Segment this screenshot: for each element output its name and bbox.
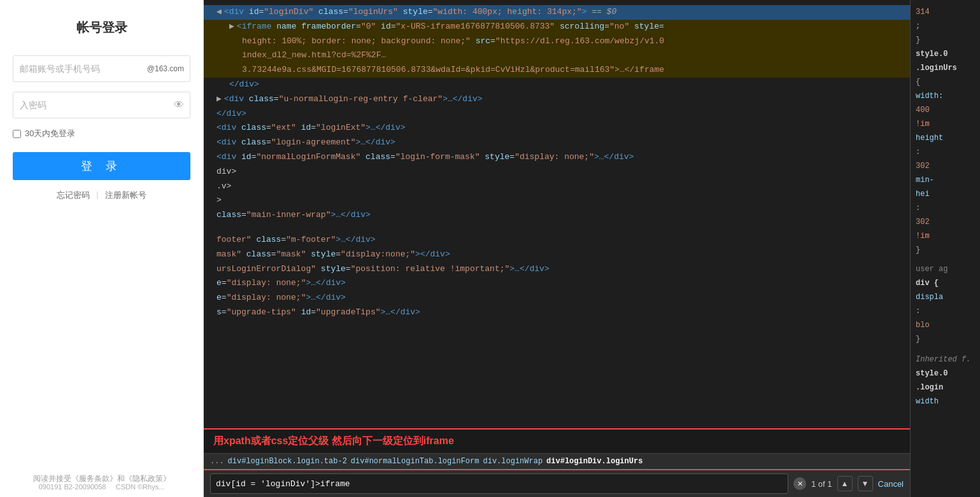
search-next-button[interactable]: ▼ <box>858 476 873 491</box>
remember-checkbox[interactable] <box>13 130 21 138</box>
style-user-ag: user ag <box>911 262 980 276</box>
search-bar: ✕ 1 of 1 ▲ ▼ Cancel <box>204 469 910 497</box>
tree-line-19[interactable]: ursLoginErrorDialog" style="position: re… <box>204 262 910 277</box>
style-height-value: 302 <box>911 159 980 173</box>
style-close-brace-2: } <box>911 243 980 257</box>
style-line-semi: ; <box>911 19 980 33</box>
style-height-label: height <box>911 131 980 145</box>
search-clear-button[interactable]: ✕ <box>793 477 806 490</box>
email-input-group: @163.com <box>13 55 190 82</box>
footer-csdn: CSDN ©Rhys... <box>116 483 165 491</box>
tree-line-blank <box>204 223 910 233</box>
style-hei: hei <box>911 187 980 201</box>
tree-line-4[interactable]: index_dl2_new.html?cd=%2F%2F… <box>204 48 910 63</box>
style-min-height: min- <box>911 173 980 187</box>
tree-line-2[interactable]: ▶ <iframe name frameborder="0" id="x-URS… <box>204 20 910 34</box>
devtools-panel: ◀ <div id="loginDiv" class="loginUrs" st… <box>204 0 910 497</box>
email-suffix: @163.com <box>147 64 184 73</box>
style-width-value: 400 <box>911 103 980 117</box>
annotation-text: 用xpath或者css定位父级 然后向下一级定位到iframe <box>213 435 454 446</box>
style-selector-1: style.0 <box>911 47 980 61</box>
tree-line-20[interactable]: e="display: none;" >…</div> <box>204 276 910 291</box>
tree-line-22[interactable]: s="upgrade-tips" id="upgradeTips" >…</di… <box>204 305 910 320</box>
search-input[interactable] <box>210 473 788 494</box>
footer-icp: 090191 B2-20090058 <box>39 483 106 491</box>
tree-line-11[interactable]: <div id="normalLoginFormMask" class="log… <box>204 150 910 165</box>
register-link[interactable]: 注册新帐号 <box>105 190 146 201</box>
remember-label: 30天内免登录 <box>25 128 75 139</box>
tree-line-3[interactable]: height: 100%; border: none; background: … <box>204 34 910 49</box>
tree-line-9[interactable]: <div class="ext" id="loginExt" >…</div> <box>204 121 910 136</box>
collapse-arrow-7[interactable]: ▶ <box>217 93 222 106</box>
style-important-2: !im <box>911 229 980 243</box>
tree-line-7[interactable]: ▶ <div class="u-normalLogin-reg-entry f-… <box>204 92 910 107</box>
annotation-bar: 用xpath或者css定位父级 然后向下一级定位到iframe <box>204 428 910 453</box>
breadcrumb-dots: ... <box>210 457 224 466</box>
style-display-label: displa <box>911 290 980 304</box>
tree-line-21[interactable]: e="display: none;" >…</div> <box>204 291 910 305</box>
style-class-login: .loginUrs <box>911 61 980 75</box>
style-login-class: .login <box>911 381 980 395</box>
style-open-brace: { <box>911 75 980 89</box>
breadcrumb-item-2[interactable]: div.loginWrap <box>483 457 543 466</box>
style-val302b: 302 <box>911 215 980 229</box>
search-prev-button[interactable]: ▲ <box>837 476 853 491</box>
collapse-arrow-1[interactable]: ◀ <box>217 6 222 19</box>
link-divider: | <box>96 190 98 201</box>
inherited-title: Inherited f. <box>911 353 980 367</box>
tree-line-14[interactable]: > <box>204 193 910 208</box>
style-line-close1: } <box>911 33 980 47</box>
style-colon-display: : <box>911 304 980 318</box>
style-close-brace-3: } <box>911 332 980 346</box>
remember-row: 30天内免登录 <box>13 128 190 139</box>
style-colon-after: : <box>911 201 980 215</box>
tree-line-8[interactable]: </div> <box>204 107 910 122</box>
style-line-top-number: 314 <box>911 5 980 19</box>
breadcrumb-bar: ... div#loginBlock.login.tab-2 div#norma… <box>204 453 910 469</box>
tree-line-15[interactable]: class="main-inner-wrap" >…</div> <box>204 208 910 223</box>
login-panel: 帐号登录 @163.com 👁 30天内免登录 登 录 忘记密码 | 注册新帐号… <box>0 0 204 497</box>
login-button[interactable]: 登 录 <box>13 152 190 180</box>
tree-line-18[interactable]: mask" class="mask" style="display:none;"… <box>204 248 910 262</box>
tree-line-6[interactable]: </div> <box>204 78 910 92</box>
style-height-colon: : <box>911 145 980 159</box>
eye-icon[interactable]: 👁 <box>174 99 184 111</box>
tree-line-5[interactable]: 3.73244e9a.css&MGID=1676877810506.8733&w… <box>204 63 910 78</box>
search-cancel-button[interactable]: Cancel <box>878 479 904 489</box>
html-tree: ◀ <div id="loginDiv" class="loginUrs" st… <box>204 0 910 428</box>
tree-line-13[interactable]: .v> <box>204 179 910 194</box>
style-important-1: !im <box>911 117 980 131</box>
style-width-label-2: width <box>911 395 980 409</box>
breadcrumb-item-1[interactable]: div#normalLoginTab.loginForm <box>351 457 479 466</box>
collapse-arrow-2[interactable]: ▶ <box>229 20 234 34</box>
style-div-brace: div { <box>911 276 980 290</box>
password-input[interactable] <box>13 92 190 118</box>
breadcrumb-item-3[interactable]: div#loginDiv.loginUrs <box>546 457 643 466</box>
search-count: 1 of 1 <box>811 479 832 489</box>
breadcrumb-item-0[interactable]: div#loginBlock.login.tab-2 <box>228 457 347 466</box>
tree-line-12[interactable]: div> <box>204 165 910 179</box>
style-blo: blo <box>911 318 980 332</box>
login-title: 帐号登录 <box>13 19 190 36</box>
styles-panel: 314 ; } style.0 .loginUrs { width: 400 !… <box>910 0 980 497</box>
forgot-password-link[interactable]: 忘记密码 <box>57 190 90 201</box>
tree-line-17[interactable]: footer" class="m-footer" >…</div> <box>204 233 910 248</box>
style-selector-2: style.0 <box>911 367 980 381</box>
tree-line-1[interactable]: ◀ <div id="loginDiv" class="loginUrs" st… <box>204 5 910 20</box>
tree-line-10[interactable]: <div class="login-agreement" >…</div> <box>204 136 910 150</box>
links-row: 忘记密码 | 注册新帐号 <box>13 190 190 201</box>
footer-text: 090191 B2-20090058 CSDN ©Rhys... <box>0 483 203 491</box>
password-input-group: 👁 <box>13 92 190 118</box>
style-width-label: width: <box>911 89 980 103</box>
